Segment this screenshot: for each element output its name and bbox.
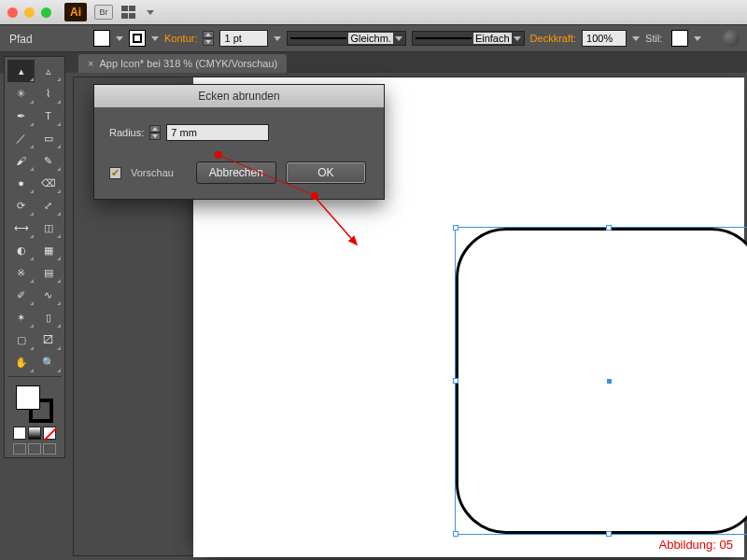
mac-titlebar: Ai Br [0,0,747,24]
profile-label: Einfach [473,33,512,44]
close-tab-icon[interactable]: × [88,58,93,69]
perspective-grid-tool[interactable]: ▦ [35,239,62,261]
center-point [607,379,612,384]
ok-button[interactable]: OK [286,161,366,184]
arrange-documents-button[interactable] [120,5,137,20]
blend-tool[interactable]: ∿ [35,284,62,306]
graphic-style-swatch[interactable] [671,30,688,47]
rotate-tool[interactable]: ⟳ [7,194,35,217]
artboard-tool[interactable]: ▢ [7,329,35,351]
selection-tool[interactable]: ▴ [7,60,35,82]
stroke-weight-field[interactable]: 1 pt [219,30,268,47]
hand-tool[interactable]: ✋ [7,351,35,373]
radius-label: Radius: [109,127,144,138]
zoom-window-button[interactable] [41,7,51,18]
chevron-down-icon[interactable] [694,36,701,41]
blob-brush-tool[interactable]: ● [7,172,35,194]
radius-stepper[interactable] [149,125,161,140]
document-setup-icon[interactable] [723,30,740,47]
opacity-field[interactable]: 100% [582,30,627,47]
fill-stroke-indicator[interactable] [16,385,53,423]
chevron-down-icon[interactable] [632,36,640,41]
symbol-sprayer-tool[interactable]: ✶ [7,306,35,329]
document-tab-title: App Icon* bei 318 % (CMYK/Vorschau) [99,58,277,69]
rectangle-tool[interactable]: ▭ [35,127,62,149]
screen-mode-row[interactable] [7,443,62,455]
paintbrush-tool[interactable]: 🖌 [7,149,35,172]
type-tool[interactable]: T [35,105,62,127]
opacity-label[interactable]: Deckkraft: [530,33,577,44]
line-segment-tool[interactable]: ／ [7,127,35,149]
scale-tool[interactable]: ⤢ [35,194,62,217]
window-controls [7,7,51,18]
color-mode-row[interactable] [7,427,62,440]
chevron-down-icon[interactable] [116,36,123,41]
dialog-title: Ecken abrunden [94,85,384,107]
zoom-tool[interactable]: 🔍 [35,351,62,373]
resize-handle[interactable] [606,531,612,537]
app-logo-illustrator: Ai [64,3,87,21]
slice-tool[interactable]: 〼 [35,329,62,351]
chevron-down-icon[interactable] [274,36,281,41]
fill-swatch[interactable] [93,30,110,47]
stroke-swatch[interactable] [129,30,146,47]
column-graph-tool[interactable]: ▯ [35,306,62,329]
eraser-tool[interactable]: ⌫ [35,172,62,194]
close-window-button[interactable] [7,7,18,18]
pen-tool[interactable]: ✒ [7,105,35,127]
radius-input[interactable] [166,124,269,141]
resize-handle[interactable] [606,225,612,231]
rounded-rectangle-shape[interactable] [456,228,747,534]
free-transform-tool[interactable]: ◫ [35,217,62,239]
control-bar: Kontur: 1 pt Gleichm. Einfach Deckkraft:… [0,24,747,52]
stroke-label[interactable]: Kontur: [164,33,197,44]
direct-selection-tool[interactable]: ▵ [35,60,62,82]
preview-label: Vorschau [131,167,174,178]
minimize-window-button[interactable] [24,7,35,18]
gradient-tool[interactable]: ▤ [35,261,62,284]
resize-handle[interactable] [453,225,458,231]
stroke-weight-stepper[interactable] [203,31,214,46]
cap-label: Gleichm. [348,33,392,44]
selection-bounding-box[interactable] [455,227,747,535]
style-label: Stil: [645,33,662,44]
cancel-button[interactable]: Abbrechen [196,161,276,184]
eyedropper-tool[interactable]: ✐ [7,284,35,306]
document-tab-strip: × App Icon* bei 318 % (CMYK/Vorschau) [0,52,747,73]
variable-width-profile[interactable]: Gleichm. [287,31,405,46]
selection-type-label: Pfad [9,33,33,46]
resize-handle[interactable] [453,531,458,537]
document-tab[interactable]: × App Icon* bei 318 % (CMYK/Vorschau) [78,54,287,73]
pencil-tool[interactable]: ✎ [35,149,62,172]
mesh-tool[interactable]: ※ [7,261,35,284]
chevron-down-icon [147,10,154,15]
resize-handle[interactable] [453,378,458,384]
chevron-down-icon[interactable] [151,36,159,41]
shape-builder-tool[interactable]: ◐ [7,239,35,261]
figure-caption: Abbildung: 05 [658,538,733,552]
lasso-tool[interactable]: ⌇ [35,82,62,105]
round-corners-dialog: Ecken abrunden Radius: ✔ Vorschau Abbrec… [93,84,385,200]
width-tool[interactable]: ⟷ [7,217,35,239]
magic-wand-tool[interactable]: ✳ [7,82,35,105]
bridge-button[interactable]: Br [94,5,113,20]
tools-panel: ▴▵✳⌇✒T／▭🖌✎●⌫⟳⤢⟷◫◐▦※▤✐∿✶▯▢〼✋🔍 [4,56,65,458]
preview-checkbox[interactable]: ✔ [109,167,121,179]
brush-definition[interactable]: Einfach [412,31,525,46]
